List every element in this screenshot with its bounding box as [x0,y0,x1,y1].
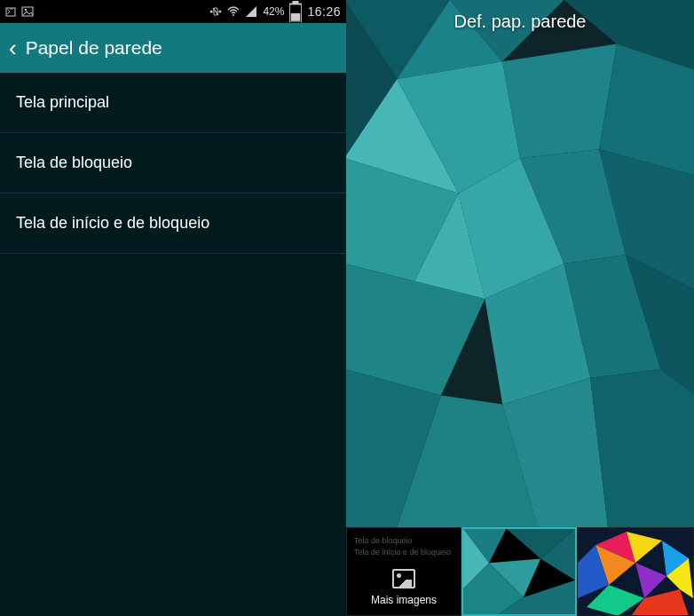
thumbnail-strip: Tela de bloqueio Tela de início e de blo… [346,527,694,616]
wifi-icon [227,5,240,18]
vibrate-icon [209,5,222,18]
thumb-more-images[interactable]: Tela de bloqueio Tela de início e de blo… [346,527,461,616]
option-home-screen[interactable]: Tela principal [0,73,346,133]
app-header: ‹ Papel de parede [0,23,346,73]
thumb-wallpaper-teal[interactable] [461,527,577,616]
picture-icon [21,5,34,18]
wallpaper-target-list: Tela principal Tela de bloqueio Tela de … [0,73,346,254]
list-item-label: Tela de início e de bloqueio [16,214,209,233]
option-home-and-lock[interactable]: Tela de início e de bloqueio [0,193,346,254]
svg-point-4 [233,14,234,16]
clock: 16:26 [307,4,341,19]
more-images-label: Mais imagens [371,594,437,606]
list-item-label: Tela principal [16,93,109,112]
svg-marker-15 [502,44,617,159]
picker-title: Def. pap. parede [346,4,694,39]
svg-point-2 [25,9,27,11]
thumb-colorful-icon [578,528,693,615]
status-bar: 42% 16:26 [0,0,346,23]
status-right: 42% 16:26 [209,4,341,19]
battery-percent: 42% [263,5,284,18]
wallpaper-teal-poly-icon [346,0,694,527]
back-icon[interactable]: ‹ [9,36,17,59]
battery-icon [289,5,302,18]
svg-marker-28 [590,369,694,527]
list-item-label: Tela de bloqueio [16,154,132,172]
status-left [5,5,34,18]
page-title: Papel de parede [26,37,162,59]
thumb-teal-icon [463,529,575,614]
mini-text: Tela de bloqueio Tela de início e de blo… [354,535,451,557]
settings-screen: 42% 16:26 ‹ Papel de parede Tela princip… [0,0,346,616]
svg-rect-6 [293,1,299,4]
wallpaper-preview[interactable] [346,0,694,527]
option-lock-screen[interactable]: Tela de bloqueio [0,133,346,193]
signal-icon [245,5,257,18]
thumb-wallpaper-colorful[interactable] [577,527,694,616]
notification-icon [5,5,18,18]
gallery-icon [392,569,415,588]
svg-rect-7 [291,13,301,21]
wallpaper-picker-screen: Def. pap. parede [346,0,694,616]
